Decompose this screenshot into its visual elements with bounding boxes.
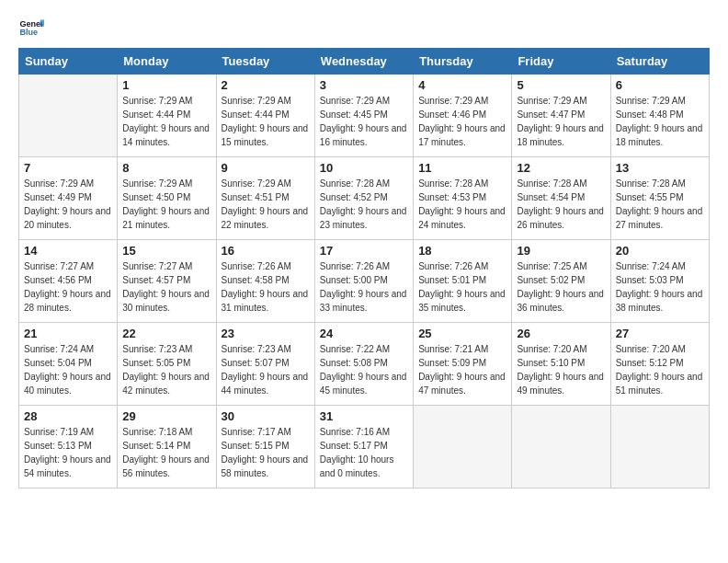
day-cell: 4Sunrise: 7:29 AMSunset: 4:46 PMDaylight… xyxy=(414,75,512,157)
day-header-saturday: Saturday xyxy=(610,49,709,75)
day-cell: 15Sunrise: 7:27 AMSunset: 4:57 PMDayligh… xyxy=(118,240,216,323)
day-number: 22 xyxy=(122,327,210,340)
day-cell: 30Sunrise: 7:17 AMSunset: 5:15 PMDayligh… xyxy=(216,406,314,488)
day-cell: 8Sunrise: 7:29 AMSunset: 4:50 PMDaylight… xyxy=(118,157,216,240)
day-number: 15 xyxy=(122,244,210,258)
day-info: Sunrise: 7:28 AMSunset: 4:54 PMDaylight:… xyxy=(517,177,605,232)
day-header-tuesday: Tuesday xyxy=(216,49,314,75)
day-cell xyxy=(414,406,512,488)
logo: General Blue xyxy=(18,15,44,40)
day-number: 19 xyxy=(517,244,605,258)
day-info: Sunrise: 7:23 AMSunset: 5:07 PMDaylight:… xyxy=(222,342,310,397)
day-number: 9 xyxy=(222,161,310,175)
day-number: 28 xyxy=(24,409,112,423)
day-info: Sunrise: 7:29 AMSunset: 4:44 PMDaylight:… xyxy=(222,94,310,149)
day-number: 26 xyxy=(517,327,605,340)
day-cell: 26Sunrise: 7:20 AMSunset: 5:10 PMDayligh… xyxy=(512,323,610,406)
day-info: Sunrise: 7:29 AMSunset: 4:51 PMDaylight:… xyxy=(222,177,310,232)
day-cell: 19Sunrise: 7:25 AMSunset: 5:02 PMDayligh… xyxy=(512,240,610,323)
day-number: 17 xyxy=(320,244,408,258)
day-cell: 16Sunrise: 7:26 AMSunset: 4:58 PMDayligh… xyxy=(216,240,314,323)
day-headers-row: SundayMondayTuesdayWednesdayThursdayFrid… xyxy=(19,49,710,75)
day-number: 18 xyxy=(418,244,506,258)
day-number: 8 xyxy=(122,161,210,175)
day-info: Sunrise: 7:29 AMSunset: 4:48 PMDaylight:… xyxy=(616,94,704,149)
day-cell: 9Sunrise: 7:29 AMSunset: 4:51 PMDaylight… xyxy=(216,157,314,240)
day-number: 14 xyxy=(24,244,112,258)
day-info: Sunrise: 7:16 AMSunset: 5:17 PMDaylight:… xyxy=(320,425,408,480)
day-info: Sunrise: 7:17 AMSunset: 5:15 PMDaylight:… xyxy=(222,425,310,480)
day-header-wednesday: Wednesday xyxy=(314,49,413,75)
day-cell: 28Sunrise: 7:19 AMSunset: 5:13 PMDayligh… xyxy=(19,406,118,488)
day-number: 29 xyxy=(122,409,210,423)
day-header-monday: Monday xyxy=(118,49,216,75)
day-cell: 31Sunrise: 7:16 AMSunset: 5:17 PMDayligh… xyxy=(314,406,413,488)
day-cell: 27Sunrise: 7:20 AMSunset: 5:12 PMDayligh… xyxy=(610,323,709,406)
day-info: Sunrise: 7:29 AMSunset: 4:49 PMDaylight:… xyxy=(24,177,112,232)
day-info: Sunrise: 7:28 AMSunset: 4:53 PMDaylight:… xyxy=(418,177,506,232)
week-row-4: 21Sunrise: 7:24 AMSunset: 5:04 PMDayligh… xyxy=(19,323,710,406)
day-cell: 5Sunrise: 7:29 AMSunset: 4:47 PMDaylight… xyxy=(512,75,610,157)
day-number: 5 xyxy=(517,78,605,92)
day-info: Sunrise: 7:20 AMSunset: 5:12 PMDaylight:… xyxy=(616,342,704,397)
day-info: Sunrise: 7:26 AMSunset: 4:58 PMDaylight:… xyxy=(222,259,310,315)
day-cell: 11Sunrise: 7:28 AMSunset: 4:53 PMDayligh… xyxy=(414,157,512,240)
day-number: 21 xyxy=(24,327,112,340)
day-info: Sunrise: 7:25 AMSunset: 5:02 PMDaylight:… xyxy=(517,259,605,315)
day-cell: 17Sunrise: 7:26 AMSunset: 5:00 PMDayligh… xyxy=(314,240,413,323)
day-number: 24 xyxy=(320,327,408,340)
day-header-friday: Friday xyxy=(512,49,610,75)
day-number: 20 xyxy=(616,244,704,258)
day-info: Sunrise: 7:24 AMSunset: 5:04 PMDaylight:… xyxy=(24,342,112,397)
day-cell: 10Sunrise: 7:28 AMSunset: 4:52 PMDayligh… xyxy=(314,157,413,240)
day-info: Sunrise: 7:29 AMSunset: 4:50 PMDaylight:… xyxy=(122,177,210,232)
day-cell: 1Sunrise: 7:29 AMSunset: 4:44 PMDaylight… xyxy=(118,75,216,157)
logo-icon: General Blue xyxy=(18,15,44,40)
day-number: 23 xyxy=(222,327,310,340)
day-cell: 6Sunrise: 7:29 AMSunset: 4:48 PMDaylight… xyxy=(610,75,709,157)
day-info: Sunrise: 7:20 AMSunset: 5:10 PMDaylight:… xyxy=(517,342,605,397)
day-info: Sunrise: 7:28 AMSunset: 4:52 PMDaylight:… xyxy=(320,177,408,232)
week-row-5: 28Sunrise: 7:19 AMSunset: 5:13 PMDayligh… xyxy=(19,406,710,488)
day-cell: 22Sunrise: 7:23 AMSunset: 5:05 PMDayligh… xyxy=(118,323,216,406)
day-number: 13 xyxy=(616,161,704,175)
week-row-3: 14Sunrise: 7:27 AMSunset: 4:56 PMDayligh… xyxy=(19,240,710,323)
svg-text:Blue: Blue xyxy=(19,28,38,37)
day-cell: 2Sunrise: 7:29 AMSunset: 4:44 PMDaylight… xyxy=(216,75,314,157)
day-number: 11 xyxy=(418,161,506,175)
day-number: 3 xyxy=(320,78,408,92)
day-info: Sunrise: 7:29 AMSunset: 4:45 PMDaylight:… xyxy=(320,94,408,149)
day-cell: 3Sunrise: 7:29 AMSunset: 4:45 PMDaylight… xyxy=(314,75,413,157)
day-info: Sunrise: 7:23 AMSunset: 5:05 PMDaylight:… xyxy=(122,342,210,397)
day-cell: 23Sunrise: 7:23 AMSunset: 5:07 PMDayligh… xyxy=(216,323,314,406)
day-number: 16 xyxy=(222,244,310,258)
day-info: Sunrise: 7:19 AMSunset: 5:13 PMDaylight:… xyxy=(24,425,112,480)
page-header: General Blue xyxy=(18,15,710,40)
day-info: Sunrise: 7:21 AMSunset: 5:09 PMDaylight:… xyxy=(418,342,506,397)
day-cell: 14Sunrise: 7:27 AMSunset: 4:56 PMDayligh… xyxy=(19,240,118,323)
day-info: Sunrise: 7:29 AMSunset: 4:46 PMDaylight:… xyxy=(418,94,506,149)
day-info: Sunrise: 7:18 AMSunset: 5:14 PMDaylight:… xyxy=(122,425,210,480)
day-number: 31 xyxy=(320,409,408,423)
day-number: 1 xyxy=(122,78,210,92)
day-info: Sunrise: 7:26 AMSunset: 5:01 PMDaylight:… xyxy=(418,259,506,315)
day-number: 4 xyxy=(418,78,506,92)
day-number: 10 xyxy=(320,161,408,175)
day-cell: 12Sunrise: 7:28 AMSunset: 4:54 PMDayligh… xyxy=(512,157,610,240)
day-cell: 25Sunrise: 7:21 AMSunset: 5:09 PMDayligh… xyxy=(414,323,512,406)
day-cell xyxy=(512,406,610,488)
day-info: Sunrise: 7:24 AMSunset: 5:03 PMDaylight:… xyxy=(616,259,704,315)
day-info: Sunrise: 7:26 AMSunset: 5:00 PMDaylight:… xyxy=(320,259,408,315)
day-cell: 29Sunrise: 7:18 AMSunset: 5:14 PMDayligh… xyxy=(118,406,216,488)
day-info: Sunrise: 7:27 AMSunset: 4:57 PMDaylight:… xyxy=(122,259,210,315)
day-cell xyxy=(19,75,118,157)
day-cell: 20Sunrise: 7:24 AMSunset: 5:03 PMDayligh… xyxy=(610,240,709,323)
day-number: 12 xyxy=(517,161,605,175)
day-number: 25 xyxy=(418,327,506,340)
day-header-sunday: Sunday xyxy=(19,49,118,75)
day-cell: 21Sunrise: 7:24 AMSunset: 5:04 PMDayligh… xyxy=(19,323,118,406)
day-cell: 18Sunrise: 7:26 AMSunset: 5:01 PMDayligh… xyxy=(414,240,512,323)
calendar-table: SundayMondayTuesdayWednesdayThursdayFrid… xyxy=(18,48,710,488)
day-number: 2 xyxy=(222,78,310,92)
day-cell: 24Sunrise: 7:22 AMSunset: 5:08 PMDayligh… xyxy=(314,323,413,406)
